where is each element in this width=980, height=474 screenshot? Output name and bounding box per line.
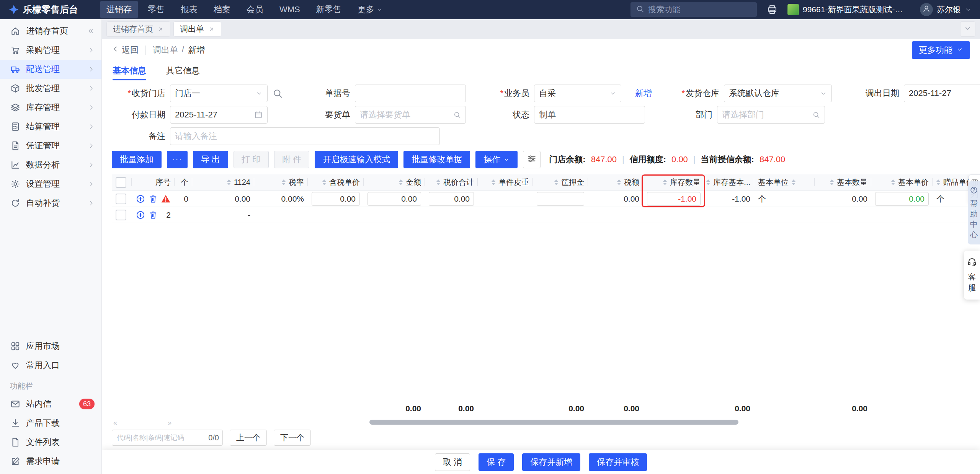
nav-item-零售[interactable]: 零售 (142, 1, 171, 18)
summary-value: 847.00 (760, 155, 785, 165)
previous-button[interactable]: 上一个 (230, 430, 267, 446)
cell-input-amount[interactable]: 0.00 (368, 192, 421, 206)
save-button[interactable]: 保 存 (479, 453, 514, 471)
sidebar-item-设置管理[interactable]: 设置管理 (0, 174, 101, 194)
action-button-批量添加[interactable]: 批量添加 (112, 151, 162, 168)
doc-no-input[interactable] (355, 85, 466, 102)
tabstrip-dropdown-button[interactable] (960, 21, 975, 37)
receive-store-select[interactable]: 门店一 (170, 85, 268, 102)
cell-input-deposit[interactable] (537, 192, 584, 206)
cell-input-sum_tax[interactable]: 0.00 (429, 192, 474, 206)
col-header-赠品单位[interactable]: 赠品单位 (933, 174, 970, 191)
salesman-select[interactable]: 自采 (534, 85, 621, 102)
display-settings-button[interactable] (523, 151, 541, 168)
global-search-input[interactable]: 搜索功能 (630, 2, 757, 17)
printer-icon[interactable] (767, 4, 777, 15)
select-all-checkbox[interactable] (116, 177, 126, 188)
doc-tab-进销存首页[interactable]: 进销存首页 (106, 21, 170, 37)
warehouse-select[interactable]: 系统默认仓库 (724, 85, 832, 102)
col-header-筐押金[interactable]: 筐押金 (533, 174, 588, 191)
more-functions-button[interactable]: 更多功能 (912, 41, 970, 59)
sidebar-item-库存管理[interactable]: 库存管理 (0, 98, 101, 117)
sidebar-item-结算管理[interactable]: 结算管理 (0, 117, 101, 136)
nav-item-档案[interactable]: 档案 (207, 1, 237, 18)
close-tab-icon[interactable] (158, 26, 164, 32)
tab-other-info[interactable]: 其它信息 (166, 61, 200, 80)
tab-basic-info[interactable]: 基本信息 (113, 61, 146, 80)
pay-date-input[interactable]: 2025-11-27 (170, 106, 268, 124)
sidebar-item-采购管理[interactable]: 采购管理 (0, 41, 101, 60)
add-row-icon[interactable] (136, 194, 145, 204)
add-salesman-link[interactable]: 新增 (635, 88, 652, 99)
horizontal-scrollbar[interactable]: « » (112, 419, 970, 426)
action-button-···[interactable]: ··· (167, 151, 188, 168)
doc-no-label: 单据号 (301, 88, 350, 99)
scrollbar-thumb[interactable] (369, 420, 738, 425)
sidebar-item-应用市场[interactable]: 应用市场 (0, 337, 101, 356)
cell-input-base_price[interactable]: 0.00 (875, 192, 929, 206)
col-header-含税单价[interactable]: 含税单价 (308, 174, 364, 191)
user-menu[interactable]: 苏尔银 (920, 3, 972, 16)
remark-input[interactable] (170, 127, 440, 145)
sidebar-item-凭证管理[interactable]: 凭证管理 (0, 136, 101, 155)
sidebar-item-需求申请[interactable]: 需求申请 (0, 452, 101, 471)
row-checkbox[interactable] (116, 210, 126, 220)
sidebar-item-批发管理[interactable]: 批发管理 (0, 79, 101, 98)
out-date-input[interactable]: 2025-11-27 (904, 85, 980, 102)
back-button[interactable]: 返回 (112, 44, 139, 56)
nav-item-WMS[interactable]: WMS (273, 2, 306, 18)
store-selector[interactable]: 99661-新界面果蔬版测试-管理... (787, 4, 910, 15)
col-header-单件皮重[interactable]: 单件皮重 (478, 174, 533, 191)
store-search-icon[interactable] (272, 88, 283, 99)
customer-service-tab[interactable]: 客服 (964, 251, 980, 300)
sidebar-item-常用入口[interactable]: 常用入口 (0, 356, 101, 375)
action-button-操作[interactable]: 操作 (475, 151, 518, 168)
action-button-批量修改单据[interactable]: 批量修改单据 (403, 151, 470, 168)
nav-item-报表[interactable]: 报表 (175, 1, 204, 18)
scroll-right-step[interactable]: » (168, 419, 172, 427)
save-and-new-button[interactable]: 保存并新增 (522, 453, 580, 471)
sidebar-item-自动补货[interactable]: 自动补货 (0, 194, 101, 213)
col-header-税率[interactable]: 税率 (254, 174, 308, 191)
sidebar-item-配送管理[interactable]: 配送管理 (0, 60, 101, 79)
row-checkbox[interactable] (116, 194, 126, 204)
sidebar-item-站内信[interactable]: 站内信63 (0, 394, 101, 414)
sidebar-item-文件列表[interactable]: 文件列表 (0, 433, 101, 452)
action-button-导出[interactable]: 导 出 (193, 151, 228, 168)
col-header-基本单价[interactable]: 基本单价 (871, 174, 933, 191)
scroll-left-step[interactable]: « (113, 419, 117, 427)
col-header-税价合计[interactable]: 税价合计 (425, 174, 478, 191)
sidebar-item-数据分析[interactable]: 数据分析 (0, 155, 101, 174)
cancel-button[interactable]: 取 消 (435, 453, 470, 471)
cell-input-price_tax[interactable]: 0.00 (312, 192, 360, 206)
action-button-开启极速输入模式[interactable]: 开启极速输入模式 (315, 151, 398, 168)
sidebar-item-进销存首页[interactable]: 进销存首页 (0, 21, 101, 41)
sidebar-item-产品下载[interactable]: 产品下载 (0, 414, 101, 433)
col-header-1124[interactable]: 1124 (192, 174, 254, 191)
col-header-label: 序号 (155, 177, 171, 187)
nav-item-进销存[interactable]: 进销存 (100, 1, 138, 18)
col-header-库存基本...[interactable]: 库存基本... (704, 174, 754, 191)
cell-input-stock[interactable]: -1.00 (647, 192, 701, 206)
nav-item-会员[interactable]: 会员 (240, 1, 270, 18)
delete-row-icon[interactable] (149, 210, 158, 220)
col-header-税额[interactable]: 税额 (588, 174, 643, 191)
col-header-基本数量[interactable]: 基本数量 (815, 174, 871, 191)
dept-input[interactable]: 请选择部门 (717, 106, 825, 124)
doc-tab-调出单[interactable]: 调出单 (173, 21, 221, 37)
col-header-库存数量[interactable]: 库存数量 (643, 174, 704, 191)
save-and-audit-button[interactable]: 保存并审核 (589, 453, 647, 471)
quick-search-input[interactable] (112, 430, 223, 446)
nav-item-新零售[interactable]: 新零售 (310, 1, 348, 18)
next-button[interactable]: 下一个 (274, 430, 311, 446)
col-header-基本单位[interactable]: 基本单位 (754, 174, 815, 191)
collapse-sidebar-icon[interactable] (87, 27, 95, 35)
demand-doc-input[interactable]: 请选择要货单 (355, 106, 466, 124)
help-center-tab[interactable]: 帮助中心 (968, 181, 980, 244)
col-header-金额[interactable]: 金额 (364, 174, 425, 191)
close-tab-icon[interactable] (209, 26, 215, 32)
nav-item-更多[interactable]: 更多 (351, 1, 389, 18)
col-header-select[interactable] (112, 174, 132, 191)
add-row-icon[interactable] (136, 210, 145, 220)
delete-row-icon[interactable] (149, 194, 158, 204)
